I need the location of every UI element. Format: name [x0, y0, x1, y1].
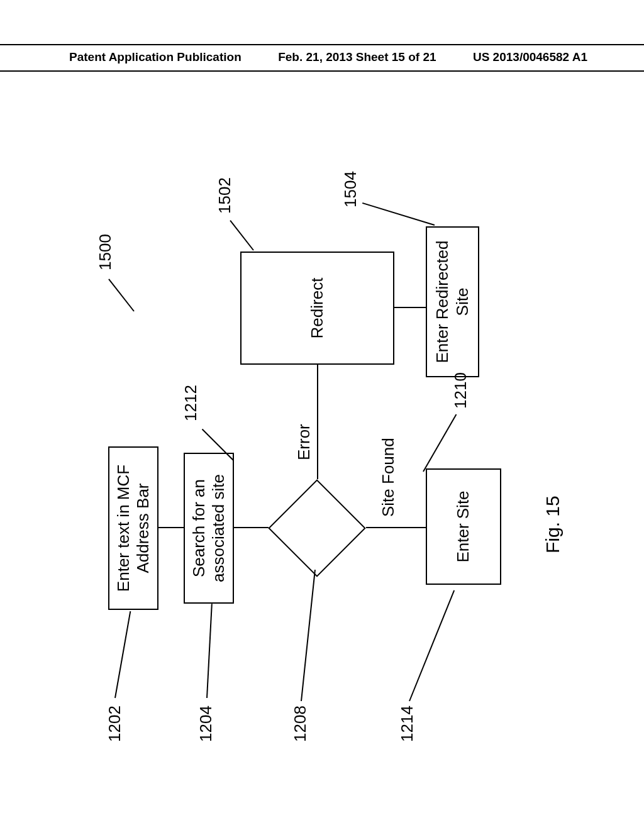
header-left: Patent Application Publication	[69, 50, 242, 64]
page-header: Patent Application Publication Feb. 21, …	[0, 44, 644, 72]
page-header-row: Patent Application Publication Feb. 21, …	[0, 45, 644, 70]
ref-1504: 1504	[341, 171, 360, 208]
leader-1202	[114, 611, 131, 698]
figure-caption: Fig. 15	[542, 495, 564, 553]
node-enter-redirected: Enter Redirected Site	[426, 226, 479, 377]
edge-sitefound-label: Site Found	[379, 438, 398, 517]
node-redirect-label: Redirect	[308, 278, 327, 339]
leader-1204	[206, 604, 213, 698]
node-redirect: Redirect	[240, 252, 394, 365]
leader-1208	[301, 570, 316, 701]
conn-error	[317, 365, 318, 479]
leader-1214	[409, 590, 455, 701]
conn-a-b	[158, 527, 184, 528]
node-search-label: Search for an associated site	[189, 474, 228, 582]
node-enter-redirected-label: Enter Redirected Site	[433, 240, 472, 363]
edge-error-label: Error	[294, 424, 314, 460]
leader-1504	[362, 202, 435, 226]
node-enter-text-label: Enter text in MCF Address Bar	[114, 465, 153, 592]
leader-1502	[230, 220, 254, 251]
leader-1210	[423, 414, 457, 472]
header-center: Feb. 21, 2013 Sheet 15 of 21	[278, 50, 436, 64]
ref-1202: 1202	[105, 706, 125, 742]
page: Patent Application Publication Feb. 21, …	[0, 0, 644, 830]
leader-1500	[108, 279, 135, 311]
ref-1502: 1502	[215, 177, 235, 214]
node-search: Search for an associated site	[184, 453, 234, 604]
ref-1500: 1500	[96, 234, 115, 270]
node-enter-site: Enter Site	[426, 468, 501, 585]
header-rule	[0, 70, 644, 72]
ref-1204: 1204	[196, 706, 216, 742]
figure-canvas: 1500 Enter text in MCF Address Bar 1202 …	[70, 126, 574, 761]
node-enter-site-label: Enter Site	[453, 490, 473, 562]
ref-1208: 1208	[291, 706, 310, 742]
ref-1212: 1212	[181, 385, 201, 421]
node-decision	[268, 479, 366, 577]
header-right: US 2013/0046582 A1	[473, 50, 587, 64]
node-enter-text: Enter text in MCF Address Bar	[108, 446, 158, 610]
conn-sitefound	[366, 527, 426, 528]
ref-1210: 1210	[451, 372, 470, 409]
conn-b-c	[234, 527, 269, 528]
conn-redirect-down	[394, 307, 426, 308]
ref-1214: 1214	[397, 706, 417, 742]
figure-wrap: 1500 Enter text in MCF Address Bar 1202 …	[70, 126, 574, 761]
